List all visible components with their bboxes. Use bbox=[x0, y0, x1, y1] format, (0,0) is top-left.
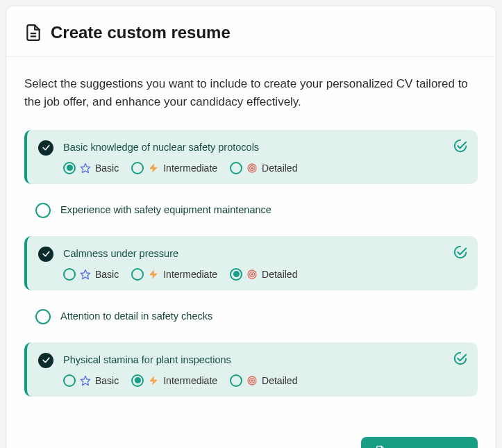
level-option-intermediate[interactable]: Intermediate bbox=[131, 162, 217, 174]
suggestions-list: Basic knowledge of nuclear safety protoc… bbox=[24, 130, 478, 397]
footer: Create resume bbox=[6, 437, 496, 448]
star-icon bbox=[80, 163, 91, 174]
radio-icon bbox=[230, 162, 242, 174]
radio-icon bbox=[230, 268, 242, 281]
suggestion-title: Basic knowledge of nuclear safety protoc… bbox=[63, 140, 465, 155]
level-option-intermediate[interactable]: Intermediate bbox=[131, 374, 217, 387]
resume-creator-card: Create custom resume Select the suggesti… bbox=[6, 6, 496, 448]
suggestion-toggle[interactable] bbox=[35, 309, 51, 324]
bolt-icon bbox=[148, 269, 159, 280]
radio-icon bbox=[63, 162, 76, 174]
radio-icon bbox=[63, 268, 76, 281]
level-option-detailed[interactable]: Detailed bbox=[230, 162, 297, 174]
star-icon bbox=[80, 269, 91, 280]
intro-text: Select the suggestions you want to inclu… bbox=[24, 75, 478, 112]
svg-point-16 bbox=[251, 380, 253, 381]
target-icon bbox=[246, 163, 258, 174]
level-option-basic[interactable]: Basic bbox=[63, 268, 119, 281]
suggestion-main: Physical stamina for plant inspectionsBa… bbox=[63, 352, 465, 387]
svg-point-11 bbox=[251, 274, 253, 275]
suggestion-title: Calmness under pressure bbox=[63, 246, 465, 261]
radio-icon bbox=[131, 268, 144, 281]
suggestion-item: Experience with safety equipment mainten… bbox=[24, 199, 478, 221]
selected-check-icon bbox=[453, 351, 468, 369]
svg-marker-3 bbox=[149, 163, 158, 172]
suggestion-toggle[interactable] bbox=[38, 140, 53, 156]
suggestion-title: Experience with safety equipment mainten… bbox=[60, 202, 465, 217]
check-circle-icon bbox=[38, 247, 53, 262]
header: Create custom resume bbox=[6, 6, 496, 57]
suggestion-toggle[interactable] bbox=[38, 353, 53, 368]
level-option-basic[interactable]: Basic bbox=[63, 374, 119, 387]
suggestion-title: Physical stamina for plant inspections bbox=[63, 352, 465, 367]
bolt-icon bbox=[148, 163, 159, 174]
check-circle-icon bbox=[38, 353, 53, 368]
level-option-detailed[interactable]: Detailed bbox=[230, 374, 297, 387]
radio-icon bbox=[230, 374, 242, 387]
level-options: BasicIntermediateDetailed bbox=[63, 374, 465, 387]
svg-marker-8 bbox=[149, 269, 158, 279]
page-title: Create custom resume bbox=[51, 23, 231, 42]
suggestion-title: Attention to detail in safety checks bbox=[60, 308, 465, 324]
circle-icon bbox=[35, 203, 51, 218]
document-icon bbox=[375, 445, 386, 448]
level-label: Basic bbox=[95, 163, 119, 174]
radio-icon bbox=[63, 374, 76, 387]
star-icon bbox=[80, 375, 91, 386]
selected-check-icon bbox=[453, 244, 468, 263]
level-label: Intermediate bbox=[163, 269, 217, 280]
bolt-icon bbox=[148, 375, 159, 386]
suggestion-toggle[interactable] bbox=[38, 247, 53, 262]
svg-marker-7 bbox=[81, 269, 90, 279]
svg-marker-13 bbox=[149, 376, 158, 385]
svg-point-6 bbox=[251, 167, 253, 169]
suggestion-main: Attention to detail in safety checks bbox=[60, 308, 465, 324]
suggestion-item: Attention to detail in safety checks bbox=[24, 306, 478, 327]
level-label: Basic bbox=[95, 269, 119, 280]
selected-check-icon bbox=[453, 138, 468, 156]
suggestion-main: Experience with safety equipment mainten… bbox=[60, 202, 465, 217]
level-option-detailed[interactable]: Detailed bbox=[230, 268, 297, 281]
level-label: Basic bbox=[95, 375, 119, 386]
level-label: Detailed bbox=[262, 375, 297, 386]
suggestion-toggle[interactable] bbox=[35, 203, 51, 218]
check-circle-icon bbox=[38, 140, 53, 156]
suggestion-item: Calmness under pressureBasicIntermediate… bbox=[24, 236, 478, 290]
target-icon bbox=[246, 269, 258, 280]
suggestion-main: Calmness under pressureBasicIntermediate… bbox=[63, 246, 465, 281]
target-icon bbox=[246, 375, 258, 386]
suggestion-item: Basic knowledge of nuclear safety protoc… bbox=[24, 130, 478, 184]
suggestion-main: Basic knowledge of nuclear safety protoc… bbox=[63, 140, 465, 174]
body: Select the suggestions you want to inclu… bbox=[6, 57, 496, 430]
level-label: Intermediate bbox=[163, 163, 217, 174]
level-label: Detailed bbox=[262, 269, 297, 280]
level-option-intermediate[interactable]: Intermediate bbox=[131, 268, 217, 281]
radio-icon bbox=[131, 162, 144, 174]
level-options: BasicIntermediateDetailed bbox=[63, 268, 465, 281]
radio-icon bbox=[131, 374, 144, 387]
suggestion-item: Physical stamina for plant inspectionsBa… bbox=[24, 342, 478, 397]
create-resume-button[interactable]: Create resume bbox=[361, 437, 478, 448]
document-icon bbox=[24, 24, 42, 42]
svg-marker-2 bbox=[81, 163, 90, 172]
level-options: BasicIntermediateDetailed bbox=[63, 162, 465, 174]
level-label: Detailed bbox=[262, 163, 297, 174]
level-option-basic[interactable]: Basic bbox=[63, 162, 119, 174]
svg-marker-12 bbox=[81, 376, 90, 385]
circle-icon bbox=[35, 309, 51, 324]
level-label: Intermediate bbox=[163, 375, 217, 386]
